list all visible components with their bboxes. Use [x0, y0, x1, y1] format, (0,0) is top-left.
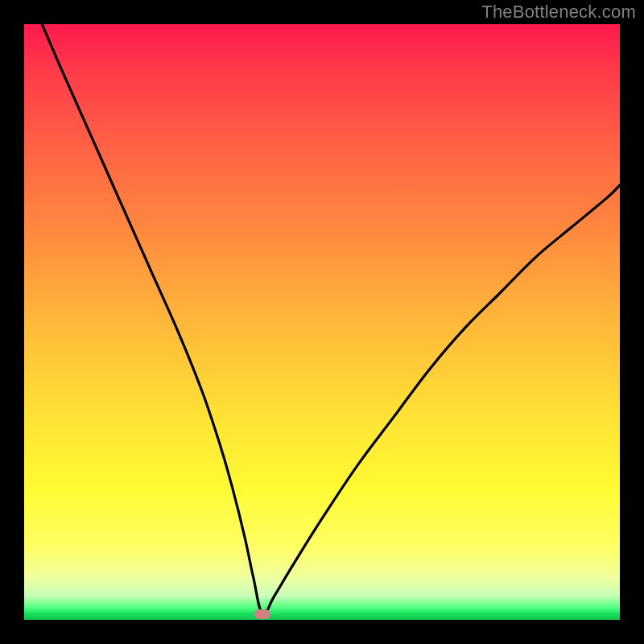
plot-area [24, 24, 620, 620]
curve-path [42, 24, 620, 614]
watermark-text: TheBottleneck.com [481, 2, 636, 23]
chart-frame: TheBottleneck.com [0, 0, 644, 644]
bottleneck-curve [24, 24, 620, 620]
minimum-marker [254, 609, 270, 619]
